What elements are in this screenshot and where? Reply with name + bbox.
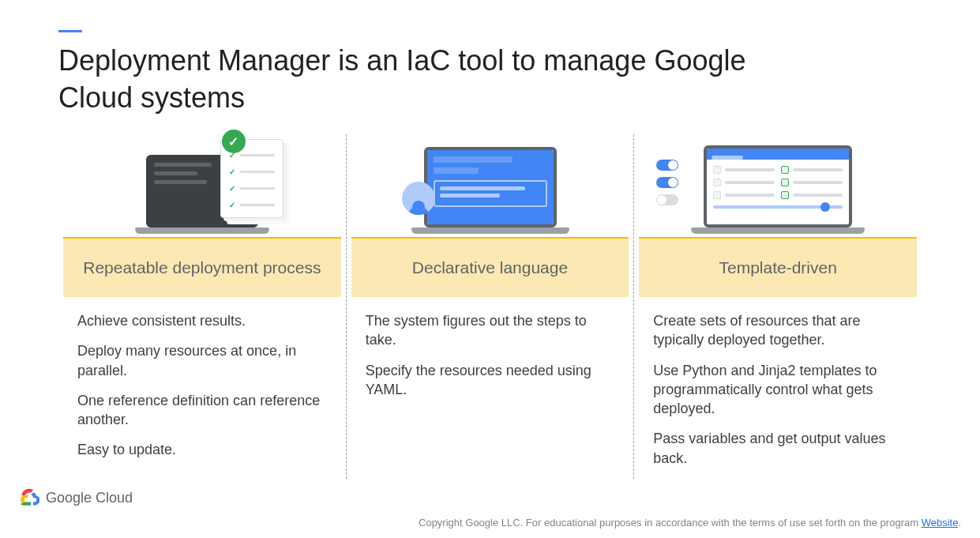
column-heading: Repeatable deployment process: [63, 237, 341, 297]
column-heading: Template-driven: [639, 237, 917, 297]
column-bullets: Achieve consistent results. Deploy many …: [63, 297, 341, 460]
check-badge-icon: ✓: [222, 130, 246, 153]
column-repeatable: ✓ ✓ ✓ ✓ ✓ Repeatable deployment process …: [58, 134, 346, 479]
bullet-item: The system figures out the steps to take…: [366, 311, 621, 350]
bullet-item: Create sets of resources that are typica…: [653, 311, 909, 350]
avatar-icon: [402, 182, 435, 215]
column-bullets: Create sets of resources that are typica…: [639, 297, 917, 468]
column-bullets: The system figures out the steps to take…: [351, 297, 629, 399]
google-cloud-logo: Google Cloud: [19, 487, 133, 508]
bullet-item: Use Python and Jinja2 templates to progr…: [653, 361, 909, 419]
website-link[interactable]: Website: [922, 517, 959, 529]
bullet-item: Achieve consistent results.: [77, 311, 333, 330]
bullet-item: Deploy many resources at once, in parall…: [77, 341, 333, 380]
bullet-item: Easy to update.: [77, 440, 333, 459]
column-template: Template-driven Create sets of resources…: [634, 134, 922, 479]
illustration-laptop-declarative: [351, 134, 629, 237]
bullet-item: Pass variables and get output values bac…: [653, 429, 909, 468]
bullet-item: One reference definition can reference a…: [77, 391, 333, 430]
illustration-laptop-template: [639, 134, 917, 237]
illustration-laptop-checklist: ✓ ✓ ✓ ✓ ✓: [63, 134, 341, 237]
bullet-item: Specify the resources needed using YAML.: [366, 361, 621, 400]
brand-text: Google Cloud: [46, 490, 133, 506]
cloud-icon: [19, 487, 39, 508]
copyright-text: Copyright Google LLC. For educational pu…: [419, 517, 961, 529]
column-declarative: Declarative language The system figures …: [346, 134, 635, 479]
slide-title: Deployment Manager is an IaC tool to man…: [58, 43, 769, 117]
columns-container: ✓ ✓ ✓ ✓ ✓ Repeatable deployment process …: [58, 134, 922, 479]
accent-bar: [58, 30, 82, 32]
toggles-icon: [656, 160, 678, 205]
column-heading: Declarative language: [351, 237, 629, 297]
